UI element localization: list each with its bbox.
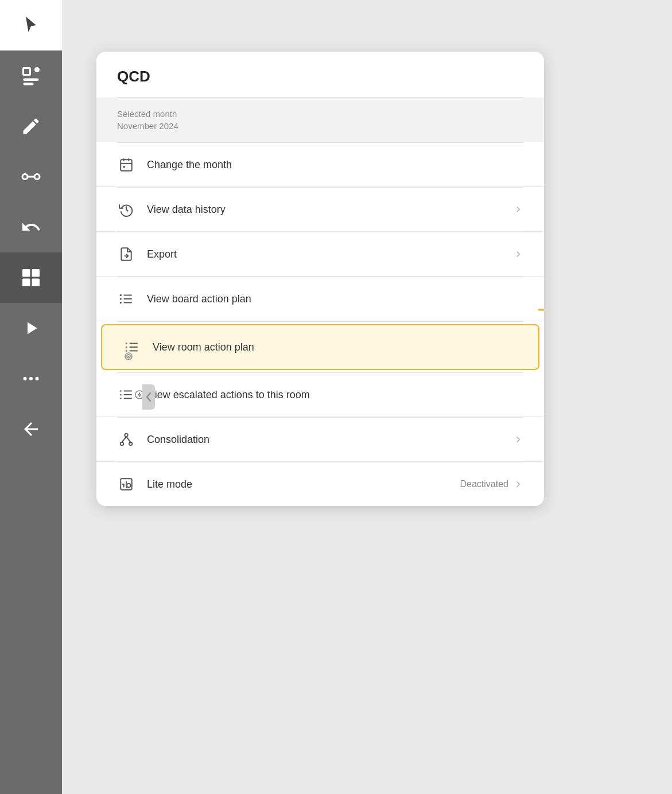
svg-rect-0 (24, 68, 30, 75)
escalate-icon (117, 386, 135, 404)
sidebar-item-back[interactable] (0, 404, 62, 454)
popup-title: QCD (117, 68, 523, 85)
selected-month-label: Selected month (117, 109, 523, 119)
svg-point-12 (24, 377, 27, 380)
svg-point-46 (121, 442, 123, 445)
collapse-chevron-icon (145, 392, 152, 402)
divider-4 (117, 321, 523, 322)
svg-rect-7 (22, 269, 30, 277)
lite-mode-chevron-icon (513, 479, 523, 489)
view-data-history-right (513, 204, 523, 215)
popup-header: QCD (96, 52, 544, 97)
svg-rect-3 (24, 83, 34, 85)
consolidation-chevron-icon (513, 434, 523, 445)
selected-month-value: November 2024 (117, 121, 523, 131)
svg-point-35 (128, 356, 129, 357)
svg-point-40 (120, 390, 122, 392)
svg-rect-10 (32, 279, 40, 287)
undo-icon (21, 217, 41, 238)
export-label: Export (147, 248, 513, 260)
collapse-arrow[interactable] (142, 384, 155, 410)
sidebar-item-pen[interactable] (0, 101, 62, 151)
popup-panel: QCD Selected month November 2024 (96, 52, 544, 506)
svg-rect-8 (32, 269, 40, 277)
view-escalated-actions-label: View escalated actions to this room (148, 389, 523, 401)
menu-list: Change the month View data history (96, 143, 544, 506)
consolidation-icon (117, 430, 135, 449)
export-right (513, 249, 523, 259)
lite-mode-label: Lite mode (147, 478, 460, 491)
menu-item-view-room-action-plan[interactable]: View room action plan (101, 324, 539, 370)
svg-point-14 (36, 377, 39, 380)
room-sub-icon (124, 352, 133, 361)
svg-rect-9 (22, 279, 30, 287)
svg-point-5 (34, 174, 40, 180)
dashboard-icon (21, 267, 41, 288)
chevron-right-icon (513, 204, 523, 215)
svg-point-47 (129, 442, 132, 445)
pen-icon (21, 116, 41, 137)
back-icon (21, 419, 41, 439)
svg-point-45 (125, 434, 127, 437)
main-content: QCD Selected month November 2024 (62, 0, 672, 794)
menu-item-change-month[interactable]: Change the month (96, 143, 544, 187)
sidebar-item-undo[interactable] (0, 202, 62, 252)
sidebar (0, 0, 62, 794)
lite-mode-right: Deactivated (460, 479, 524, 489)
sidebar-item-more[interactable] (0, 353, 62, 404)
svg-line-49 (126, 437, 131, 442)
svg-point-42 (120, 398, 122, 399)
menu-item-lite-mode[interactable]: Lite mode Deactivated (96, 462, 544, 506)
sidebar-item-cursor[interactable] (0, 0, 62, 50)
sidebar-item-presentation[interactable] (0, 303, 62, 353)
svg-point-24 (120, 294, 122, 296)
export-icon (117, 245, 135, 263)
svg-point-13 (29, 377, 33, 380)
menu-item-consolidation[interactable]: Consolidation (96, 418, 544, 462)
svg-rect-15 (121, 159, 132, 171)
svg-marker-11 (28, 322, 37, 334)
select-icon (21, 65, 41, 86)
menu-item-view-board-action-plan[interactable]: View board action plan (96, 277, 544, 321)
change-month-label: Change the month (147, 159, 523, 171)
view-room-action-plan-label: View room action plan (153, 341, 518, 353)
presentation-icon (21, 318, 41, 338)
arrow-annotation (533, 304, 544, 358)
sidebar-item-dashboard[interactable] (0, 252, 62, 303)
lite-mode-value: Deactivated (460, 479, 509, 489)
svg-line-48 (122, 437, 126, 442)
cursor-icon (21, 15, 41, 36)
svg-point-25 (120, 298, 122, 299)
sidebar-item-select[interactable] (0, 50, 62, 101)
svg-point-26 (120, 302, 122, 303)
board-list-icon (117, 290, 135, 308)
svg-point-31 (126, 346, 127, 348)
svg-point-4 (22, 174, 28, 180)
svg-point-41 (120, 394, 122, 395)
consolidation-label: Consolidation (147, 434, 513, 446)
connection-icon (21, 166, 41, 187)
menu-item-view-escalated-actions[interactable]: View escalated actions to this room (96, 373, 544, 417)
view-data-history-label: View data history (147, 204, 513, 216)
svg-point-30 (126, 342, 127, 344)
svg-rect-19 (123, 166, 125, 168)
menu-item-view-data-history[interactable]: View data history (96, 188, 544, 232)
svg-rect-2 (24, 79, 39, 81)
lite-mode-icon (117, 475, 135, 493)
view-board-action-plan-label: View board action plan (147, 293, 523, 305)
calendar-icon (117, 155, 135, 174)
history-icon (117, 200, 135, 219)
consolidation-right (513, 434, 523, 445)
sidebar-item-connection[interactable] (0, 151, 62, 202)
more-icon (21, 368, 41, 389)
selected-month-block: Selected month November 2024 (96, 98, 544, 142)
export-chevron-icon (513, 249, 523, 259)
svg-point-1 (34, 67, 40, 72)
menu-item-export[interactable]: Export (96, 232, 544, 277)
